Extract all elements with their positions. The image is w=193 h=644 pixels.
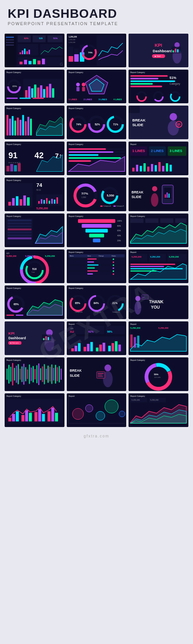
svg-point-330 xyxy=(135,301,141,315)
svg-text:100%: 100% xyxy=(117,220,122,222)
svg-rect-112 xyxy=(67,106,127,139)
svg-text:21%: 21% xyxy=(112,302,118,305)
slide-1[interactable]: 62% 529 51% xyxy=(5,34,64,67)
slide-21[interactable]: Report 5,250,200 5,250,200 5,250,200 xyxy=(129,249,188,283)
slide-27[interactable]: Report 5,250,200 5,250,200 xyxy=(129,321,188,355)
slide-28[interactable]: Report Category xyxy=(5,357,64,391)
svg-rect-14 xyxy=(29,50,30,55)
svg-rect-25 xyxy=(6,44,14,46)
slide-3-featured[interactable]: KPI Dashboard ▶ Start xyxy=(129,34,188,67)
svg-point-444 xyxy=(105,400,118,413)
svg-rect-173 xyxy=(166,163,168,171)
slide-33[interactable]: Report Category 5,250,200 5,250,200 xyxy=(129,393,188,427)
svg-rect-128 xyxy=(129,106,140,113)
svg-rect-62 xyxy=(37,88,39,98)
svg-rect-428 xyxy=(12,414,15,421)
svg-rect-145 xyxy=(68,149,106,150)
slide-16[interactable]: Report Category xyxy=(5,214,64,247)
slide-22[interactable]: Report Category 65% xyxy=(5,285,64,319)
svg-rect-68 xyxy=(7,98,18,99)
svg-text:Total: Total xyxy=(32,272,35,273)
svg-rect-301 xyxy=(130,268,183,270)
svg-text:71%: 71% xyxy=(113,123,119,126)
svg-rect-341 xyxy=(43,338,45,340)
slide-30[interactable]: Report Category 55% 21% 84% xyxy=(129,357,188,391)
slide-11[interactable]: Report Category xyxy=(67,142,127,175)
svg-text:51%: 51% xyxy=(53,38,58,40)
slide-23[interactable]: Report Category 65% 84% 21% Category A C… xyxy=(67,285,127,319)
svg-rect-18 xyxy=(29,61,32,65)
slide-29-breakslide[interactable]: BREAK SLIDE xyxy=(67,357,127,391)
svg-rect-1 xyxy=(5,34,16,67)
svg-text:Category A: Category A xyxy=(103,206,111,207)
svg-rect-392 xyxy=(34,369,36,379)
svg-rect-398 xyxy=(46,369,47,380)
svg-rect-284 xyxy=(87,258,96,260)
slide-32[interactable]: Report xyxy=(67,393,127,427)
svg-text:Report Category: Report Category xyxy=(7,143,21,145)
slide-19[interactable]: 516 Total KPI 5,250,200 5,250,200 5,250,… xyxy=(5,249,64,283)
slide-4[interactable]: Report Category 65% xyxy=(5,70,64,103)
svg-rect-190 xyxy=(46,198,47,203)
slide-5[interactable]: Report Category 1 LINES 2 LINES 3 LINES … xyxy=(67,70,127,103)
slide-25-kpi-cover[interactable]: KPI Dashboard ▶ Start pres. xyxy=(5,321,64,355)
svg-rect-214 xyxy=(165,195,166,198)
slide-20[interactable]: Report Category Metric Value Change Stat… xyxy=(67,249,127,283)
svg-rect-362 xyxy=(102,343,105,351)
svg-text:52%: 52% xyxy=(95,123,100,126)
svg-text:KPI: KPI xyxy=(70,328,73,330)
slide-9-breakslide[interactable]: BREAK SLIDE xyxy=(129,106,188,139)
slide-24-thank-you[interactable]: THANK YOU KPI xyxy=(129,285,188,319)
svg-rect-70 xyxy=(32,98,44,99)
svg-text:KPI: KPI xyxy=(155,43,162,48)
svg-rect-385 xyxy=(22,366,23,382)
svg-rect-187 xyxy=(38,201,40,204)
svg-text:Report Category: Report Category xyxy=(68,287,83,289)
svg-rect-406 xyxy=(61,369,62,380)
svg-rect-277 xyxy=(68,273,124,275)
svg-rect-225 xyxy=(8,229,32,231)
svg-rect-36 xyxy=(96,36,125,65)
svg-rect-205 xyxy=(100,206,103,207)
svg-rect-235 xyxy=(85,229,108,233)
slide-7[interactable]: Report Category xyxy=(5,106,64,139)
svg-rect-209 xyxy=(129,178,188,211)
svg-rect-109 xyxy=(30,119,32,135)
slide-13[interactable]: Report Category 74 53 21 5,250,200 xyxy=(5,178,64,211)
svg-text:74: 74 xyxy=(36,182,42,188)
svg-rect-358 xyxy=(87,344,90,351)
slide-10[interactable]: Report Category 91 42 7↑ 95 61 21 64 33 … xyxy=(5,142,64,175)
svg-rect-342 xyxy=(45,337,47,340)
svg-rect-86 xyxy=(130,78,159,79)
svg-rect-226 xyxy=(8,232,32,234)
svg-text:5,250,200: 5,250,200 xyxy=(36,207,48,210)
svg-text:Category B: Category B xyxy=(116,206,124,207)
slide-8[interactable]: Report Category 74% 52% 71% xyxy=(67,106,127,139)
svg-text:53  21: 53 21 xyxy=(36,189,41,191)
slide-31[interactable]: Report Category xyxy=(5,393,64,427)
svg-rect-67 xyxy=(52,89,54,98)
slide-2[interactable]: 1,250,200 1,250,200 1,250,200 74% xyxy=(67,34,127,67)
svg-rect-165 xyxy=(136,165,139,171)
slide-17[interactable]: Report Category 100% 80% 65% 40% 20% xyxy=(67,214,127,247)
svg-rect-19 xyxy=(33,59,36,65)
slide-26[interactable]: Report KPI 312 62% 98% xyxy=(67,321,127,355)
slide-14[interactable]: 7/7% 1,550 5,550 Category A Category B xyxy=(67,178,127,211)
svg-rect-88 xyxy=(130,83,153,85)
svg-text:1,250,200: 1,250,200 xyxy=(68,39,75,41)
svg-rect-223 xyxy=(8,222,32,224)
svg-text:5,250,200: 5,250,200 xyxy=(7,255,17,258)
svg-rect-193 xyxy=(54,200,56,204)
slide-6[interactable]: Report Category 51% Category xyxy=(129,70,188,103)
svg-rect-429 xyxy=(16,412,19,422)
slide-18[interactable]: Report Category xyxy=(129,214,188,247)
svg-text:62%: 62% xyxy=(88,330,94,333)
slide-12[interactable]: Report 1 LINES 2 LINES 3 LINES xyxy=(129,142,188,175)
slide-15-breakslide[interactable]: BREAK SLIDE xyxy=(129,178,188,211)
svg-text:Report Category: Report Category xyxy=(7,359,21,361)
svg-text:Category C: Category C xyxy=(112,311,120,313)
svg-rect-382 xyxy=(16,366,17,383)
svg-rect-361 xyxy=(99,345,102,351)
svg-text:312: 312 xyxy=(69,330,74,333)
svg-text:Report Category: Report Category xyxy=(7,395,21,397)
